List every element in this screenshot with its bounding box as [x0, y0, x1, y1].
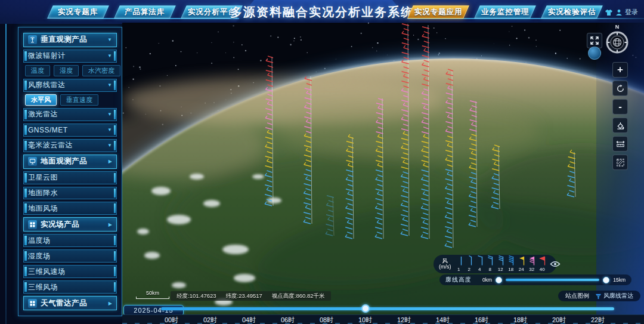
slider-label: 廓线高度	[445, 276, 472, 284]
caret-down-icon: ▼	[107, 53, 112, 58]
wind-barb-icon	[506, 255, 515, 267]
user-icon[interactable]	[615, 9, 623, 16]
slider-max-label: 15km	[613, 277, 626, 283]
sidebar-item[interactable]: GNSS/MET▼	[23, 124, 117, 137]
nav-left-tabs: 实况专题库产品算法库实况分析平台	[50, 5, 240, 18]
sidebar-item[interactable]: 激光雷达▼	[23, 108, 117, 121]
nav-tab[interactable]: 业务监控管理	[474, 5, 536, 18]
sidebar-section[interactable]: 垂直观测产品▼	[23, 33, 117, 47]
nav-tab[interactable]: 实况专题应用	[407, 5, 469, 18]
scale-label: 50km	[136, 291, 169, 296]
caret-down-icon: ▼	[107, 82, 112, 88]
legend-barb-item: 32	[527, 256, 537, 272]
sidebar-label: 实况场产品	[41, 220, 79, 230]
sidebar-section[interactable]: 天气雷达产品▶	[23, 296, 117, 310]
visibility-eye-icon[interactable]	[550, 261, 561, 267]
sidebar-subrow: 水平风垂直速度	[23, 94, 117, 106]
coordinates-bar: 经度:101.47623 纬度:23.49517 视点高度:860.82千米	[171, 291, 331, 301]
sidebar-section[interactable]: 地面观测产品▶	[23, 155, 117, 169]
sidebar-subbutton[interactable]: 温度	[25, 65, 50, 76]
sidebar-item[interactable]: 卫星云图	[23, 171, 117, 184]
sidebar-label: 激光雷达	[28, 109, 58, 119]
sidebar-subbutton[interactable]: 湿度	[54, 65, 79, 76]
sidebar-label: 卫星云图	[28, 172, 58, 183]
compass-icon	[605, 30, 629, 54]
sidebar-item[interactable]: 微波辐射计▼	[23, 50, 117, 63]
caret-down-icon: ▼	[107, 112, 112, 117]
sidebar-subbutton[interactable]: 水汽密度	[82, 65, 120, 76]
theme-icon[interactable]	[605, 9, 613, 16]
sidebar-item[interactable]: 风廓线雷达▼	[23, 79, 117, 92]
legend-items: 12481218243240	[454, 256, 547, 272]
legend-speed-label: 24	[519, 267, 524, 272]
wind-barb-icon	[538, 255, 547, 267]
wind-profile-radar-button[interactable]: 风廓线雷达	[595, 292, 633, 300]
nav-tab[interactable]: 实况检验评估	[541, 5, 603, 18]
timeline-track[interactable]	[161, 307, 614, 310]
sidebar-label: 地面观测产品	[41, 156, 87, 166]
sidebar-item[interactable]: 地面降水	[23, 187, 117, 200]
caret-down-icon: ▼	[107, 37, 112, 42]
wind-barb-icon	[517, 255, 526, 267]
zoom-out-button[interactable]: -	[612, 99, 628, 115]
legend-speed-label: 12	[498, 267, 503, 272]
map-scale: 50km	[136, 291, 169, 299]
wind-speed-legend: 风(m/s) 12481218243240	[434, 255, 556, 273]
sidebar-item[interactable]: 三维风速场	[23, 265, 117, 278]
nav-tab-label: 实况分析平台	[188, 7, 236, 17]
login-area[interactable]: 登录	[605, 8, 638, 17]
station-legend-button[interactable]: 站点图例	[565, 292, 589, 300]
caret-right-icon: ▶	[109, 159, 112, 164]
legend-speed-label: 1	[457, 267, 460, 272]
caret-right-icon: ▶	[109, 301, 112, 306]
nav-tab-label: 实况检验评估	[548, 7, 596, 17]
legend-barb-item: 24	[517, 256, 527, 272]
sidebar-item[interactable]: 地面风场	[23, 202, 117, 215]
caret-down-icon: ▼	[107, 143, 112, 148]
radar-icon	[28, 35, 37, 44]
wind-barb-icon	[475, 255, 484, 267]
sidebar-item[interactable]: 温度场	[23, 234, 117, 247]
wind-barb-icon	[496, 255, 505, 267]
refresh-button[interactable]	[612, 81, 628, 96]
legend-speed-label: 18	[508, 267, 513, 272]
timeline-thumb[interactable]	[361, 304, 370, 313]
slider-track[interactable]	[506, 279, 599, 281]
compass-control[interactable]: N	[604, 24, 630, 57]
product-sidebar: 垂直观测产品▼微波辐射计▼温度湿度水汽密度风廓线雷达▼水平风垂直速度激光雷达▼G…	[18, 27, 122, 316]
nav-tab-label: 实况专题库	[58, 7, 98, 17]
legend-speed-label: 40	[540, 267, 545, 272]
wind-barb-icon	[454, 255, 463, 267]
nav-tab[interactable]: 实况专题库	[47, 5, 109, 18]
legend-title: 风(m/s)	[439, 258, 451, 270]
compass-north-label: N	[604, 24, 630, 30]
legend-speed-label: 2	[468, 267, 470, 272]
legend-barb-item: 12	[496, 256, 506, 272]
sidebar-section[interactable]: 实况场产品▶	[23, 217, 117, 232]
zoom-in-button[interactable]: +	[612, 62, 628, 78]
sidebar-item[interactable]: 毫米波云雷达▼	[23, 139, 117, 152]
fullscreen-icon	[590, 36, 599, 45]
measure-button[interactable]	[612, 136, 628, 152]
slider-thumb-min[interactable]	[496, 277, 502, 283]
legend-speed-label: 32	[529, 267, 534, 272]
left-accent-line	[5, 24, 7, 324]
sidebar-item[interactable]: 湿度场	[23, 249, 117, 263]
scale-bar	[136, 297, 169, 299]
wind-barb-icon	[485, 255, 494, 267]
nav-tab-label: 实况专题应用	[414, 7, 463, 17]
nav-tab[interactable]: 产品算法库	[114, 5, 176, 18]
clear-button[interactable]	[612, 118, 628, 133]
legend-barb-item: 18	[506, 256, 516, 272]
sidebar-item[interactable]: 三维风场	[23, 280, 117, 294]
area-select-button[interactable]	[612, 155, 628, 170]
globe-map-view[interactable]	[122, 23, 644, 316]
sidebar-subbutton[interactable]: 水平风	[25, 94, 57, 106]
sidebar-label: 垂直观测产品	[41, 35, 87, 45]
sidebar-subbutton[interactable]: 垂直速度	[60, 94, 98, 106]
globe-canvas[interactable]	[122, 23, 644, 316]
login-label[interactable]: 登录	[625, 8, 638, 17]
globe-mode-toggle[interactable]	[588, 47, 601, 60]
nav-tab-label: 业务监控管理	[481, 7, 530, 17]
slider-thumb-max[interactable]	[603, 277, 609, 283]
